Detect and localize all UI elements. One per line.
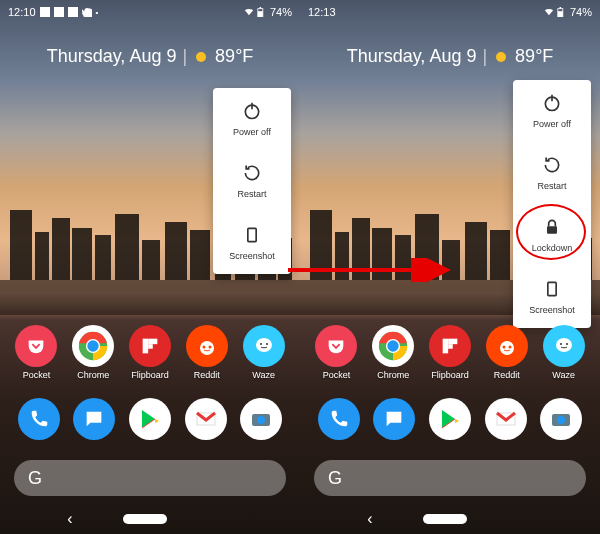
app-waze[interactable]: Waze [543,325,585,380]
restart-icon [242,163,262,183]
power-menu: Power off Restart Lockdown Screenshot [513,80,591,328]
restart-icon [542,155,562,175]
screenshot-label: Screenshot [229,251,275,261]
lock-icon [542,217,562,237]
date-widget[interactable]: Thursday, Aug 9 | 89°F [0,46,300,67]
notification-icon [54,7,64,17]
svg-point-19 [202,346,205,349]
date-text: Thursday, Aug 9 [347,46,477,67]
svg-point-44 [500,341,514,355]
nav-home-pill[interactable] [123,514,167,524]
app-playstore[interactable] [129,398,171,440]
app-row-1: Pocket Chrome Flipboard Reddit Waze [300,325,600,380]
svg-rect-1 [54,7,64,17]
battery-icon [257,7,267,17]
svg-rect-35 [548,282,556,295]
app-camera[interactable] [240,398,282,440]
svg-rect-17 [148,344,153,349]
svg-rect-29 [559,7,561,9]
svg-rect-42 [448,339,457,345]
svg-point-46 [508,346,511,349]
screenshot-label: Screenshot [529,305,575,315]
temp-text: 89°F [215,46,253,67]
screenshot-button[interactable]: Screenshot [513,266,591,328]
search-bar[interactable]: G [14,460,286,496]
svg-point-30 [496,52,506,62]
svg-rect-34 [547,226,557,234]
power-menu: Power off Restart Screenshot [213,88,291,274]
nav-back-button[interactable]: ‹ [67,510,72,528]
app-flipboard[interactable]: Flipboard [429,325,471,380]
dock-row [300,398,600,440]
google-g-icon: G [328,468,342,489]
power-icon [242,101,262,121]
lockdown-label: Lockdown [532,243,573,253]
battery-icon [557,7,567,17]
dock-row [0,398,300,440]
screenshot-button[interactable]: Screenshot [213,212,291,274]
svg-rect-41 [443,339,449,354]
svg-rect-9 [248,228,256,241]
svg-point-40 [388,340,399,351]
restart-button[interactable]: Restart [213,150,291,212]
svg-point-26 [257,416,265,424]
restart-label: Restart [237,189,266,199]
nav-back-button[interactable]: ‹ [367,510,372,528]
app-flipboard[interactable]: Flipboard [129,325,171,380]
svg-point-47 [556,338,572,352]
app-messages[interactable] [73,398,115,440]
power-off-button[interactable]: Power off [213,88,291,150]
svg-point-22 [260,343,262,345]
app-pocket[interactable]: Pocket [15,325,57,380]
nav-bar: ‹ [300,510,600,528]
clock: 12:10 [8,6,36,18]
screenshot-icon [542,279,562,299]
notification-icon [40,7,50,17]
google-g-icon: G [28,468,42,489]
wifi-icon [244,7,254,17]
svg-rect-16 [148,339,157,345]
app-playstore[interactable] [429,398,471,440]
app-pocket[interactable]: Pocket [315,325,357,380]
temp-text: 89°F [515,46,553,67]
weather-sunny-icon [493,49,509,65]
svg-point-14 [88,340,99,351]
power-off-button[interactable]: Power off [513,80,591,142]
svg-point-48 [560,343,562,345]
restart-button[interactable]: Restart [513,142,591,204]
app-phone[interactable] [318,398,360,440]
app-reddit[interactable]: Reddit [186,325,228,380]
wifi-icon [544,7,554,17]
search-bar[interactable]: G [314,460,586,496]
app-waze[interactable]: Waze [243,325,285,380]
app-phone[interactable] [18,398,60,440]
app-messages[interactable] [373,398,415,440]
phone-left: 12:10 • 74% Thursday, Aug 9 | 89°F Power… [0,0,300,534]
app-chrome[interactable]: Chrome [372,325,414,380]
status-bar: 12:10 • 74% [8,6,292,18]
svg-rect-28 [558,11,563,17]
nav-bar: ‹ [0,510,300,528]
svg-rect-0 [40,7,50,17]
app-gmail[interactable] [485,398,527,440]
app-chrome[interactable]: Chrome [72,325,114,380]
power-icon [542,93,562,113]
notification-icon [68,7,78,17]
status-bar: 12:13 74% [308,6,592,18]
svg-point-52 [557,416,565,424]
svg-point-21 [256,338,272,352]
nav-home-pill[interactable] [423,514,467,524]
date-widget[interactable]: Thursday, Aug 9 | 89°F [300,46,600,67]
svg-rect-2 [68,7,78,17]
date-text: Thursday, Aug 9 [47,46,177,67]
twitter-icon [82,7,92,17]
svg-rect-5 [259,7,261,9]
app-gmail[interactable] [185,398,227,440]
restart-label: Restart [537,181,566,191]
app-camera[interactable] [540,398,582,440]
battery-pct: 74% [270,6,292,18]
lockdown-button[interactable]: Lockdown [513,204,591,266]
screenshot-icon [242,225,262,245]
app-reddit[interactable]: Reddit [486,325,528,380]
svg-point-18 [200,341,214,355]
